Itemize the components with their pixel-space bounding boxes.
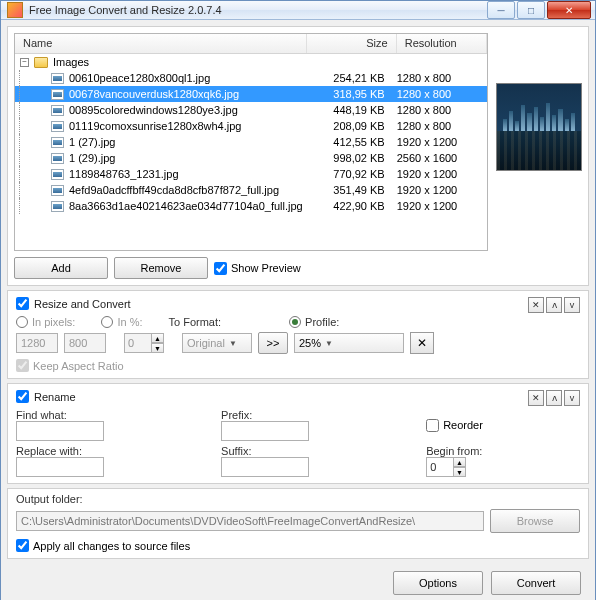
output-path-field[interactable]: C:\Users\Administrator\Documents\DVDVide…	[16, 511, 484, 531]
minimize-button[interactable]: ─	[487, 1, 515, 19]
section-up-icon[interactable]: ʌ	[546, 390, 562, 406]
replace-with-label: Replace with:	[16, 445, 201, 457]
window-title: Free Image Convert and Resize 2.0.7.4	[29, 4, 487, 16]
show-preview-checkbox[interactable]: Show Preview	[214, 262, 301, 275]
resize-enable-checkbox[interactable]	[16, 297, 29, 310]
prefix-input[interactable]	[221, 421, 309, 441]
table-row[interactable]: 1 (27).jpg412,55 KB1920 x 1200	[15, 134, 487, 150]
resize-title: Resize and Convert	[34, 298, 131, 310]
options-button[interactable]: Options	[393, 571, 483, 595]
suffix-input[interactable]	[221, 457, 309, 477]
file-panel: Name Size Resolution −Images00610peace12…	[7, 26, 589, 286]
col-size[interactable]: Size	[307, 34, 397, 53]
table-row[interactable]: 1189848763_1231.jpg770,92 KB1920 x 1200	[15, 166, 487, 182]
suffix-label: Suffix:	[221, 445, 406, 457]
table-row[interactable]: 8aa3663d1ae40214623ae034d77104a0_full.jp…	[15, 198, 487, 214]
prefix-label: Prefix:	[221, 409, 406, 421]
preview-image	[496, 83, 582, 171]
profile-combo[interactable]: 25%▼	[294, 333, 404, 353]
rename-enable-checkbox[interactable]	[16, 390, 29, 403]
rename-title: Rename	[34, 391, 76, 403]
footer: Options Convert	[7, 563, 589, 600]
browse-button[interactable]: Browse	[490, 509, 580, 533]
remove-button[interactable]: Remove	[114, 257, 208, 279]
delete-profile-button[interactable]: ✕	[410, 332, 434, 354]
table-row[interactable]: 4efd9a0adcffbff49cda8d8cfb87f872_full.jp…	[15, 182, 487, 198]
format-combo[interactable]: Original▼	[182, 333, 252, 353]
table-row[interactable]: 00610peace1280x800ql1.jpg254,21 KB1280 x…	[15, 70, 487, 86]
convert-button[interactable]: Convert	[491, 571, 581, 595]
table-row[interactable]: 1 (29).jpg998,02 KB2560 x 1600	[15, 150, 487, 166]
find-what-input[interactable]	[16, 421, 104, 441]
reorder-checkbox[interactable]: Reorder	[426, 419, 580, 432]
output-panel: Output folder: C:\Users\Administrator\Do…	[7, 488, 589, 559]
arrow-button[interactable]: >>	[258, 332, 288, 354]
tree-root[interactable]: −Images	[15, 54, 487, 70]
app-window: Free Image Convert and Resize 2.0.7.4 ─ …	[0, 0, 596, 600]
percent-spinner[interactable]: 0▲▼	[124, 333, 164, 353]
maximize-button[interactable]: □	[517, 1, 545, 19]
client-area: Name Size Resolution −Images00610peace12…	[1, 20, 595, 600]
app-icon	[7, 2, 23, 18]
add-button[interactable]: Add	[14, 257, 108, 279]
col-resolution[interactable]: Resolution	[397, 34, 487, 53]
table-row[interactable]: 00895coloredwindows1280ye3.jpg448,19 KB1…	[15, 102, 487, 118]
begin-from-spinner[interactable]: 0▲▼	[426, 457, 466, 477]
section-down-icon[interactable]: v	[564, 297, 580, 313]
begin-from-label: Begin from:	[426, 445, 580, 457]
in-pixels-radio[interactable]: In pixels:	[16, 316, 75, 328]
in-percent-radio[interactable]: In %:	[101, 316, 142, 328]
section-down-icon[interactable]: v	[564, 390, 580, 406]
file-tree[interactable]: Name Size Resolution −Images00610peace12…	[14, 33, 488, 251]
find-what-label: Find what:	[16, 409, 201, 421]
table-row[interactable]: 00678vancouverdusk1280xqk6.jpg318,95 KB1…	[15, 86, 487, 102]
col-name[interactable]: Name	[15, 34, 307, 53]
tree-header: Name Size Resolution	[15, 34, 487, 54]
close-button[interactable]: ✕	[547, 1, 591, 19]
width-input[interactable]: 1280	[16, 333, 58, 353]
section-collapse-icon[interactable]: ✕	[528, 390, 544, 406]
output-label: Output folder:	[8, 489, 588, 505]
height-input[interactable]: 800	[64, 333, 106, 353]
resize-section: Resize and Convert ✕ ʌ v In pixels: In %…	[7, 290, 589, 379]
rename-section: Rename ✕ ʌ v Find what: Prefix: Reorder …	[7, 383, 589, 484]
keep-aspect-checkbox[interactable]: Keep Aspect Ratio	[16, 359, 580, 372]
replace-with-input[interactable]	[16, 457, 104, 477]
section-collapse-icon[interactable]: ✕	[528, 297, 544, 313]
section-up-icon[interactable]: ʌ	[546, 297, 562, 313]
tree-body[interactable]: −Images00610peace1280x800ql1.jpg254,21 K…	[15, 54, 487, 250]
apply-all-checkbox[interactable]: Apply all changes to source files	[8, 537, 588, 558]
profile-radio[interactable]: Profile:	[289, 316, 339, 328]
to-format-label: To Format:	[169, 316, 222, 328]
table-row[interactable]: 01119comoxsunrise1280x8wh4.jpg208,09 KB1…	[15, 118, 487, 134]
show-preview-check[interactable]	[214, 262, 227, 275]
titlebar: Free Image Convert and Resize 2.0.7.4 ─ …	[1, 1, 595, 20]
